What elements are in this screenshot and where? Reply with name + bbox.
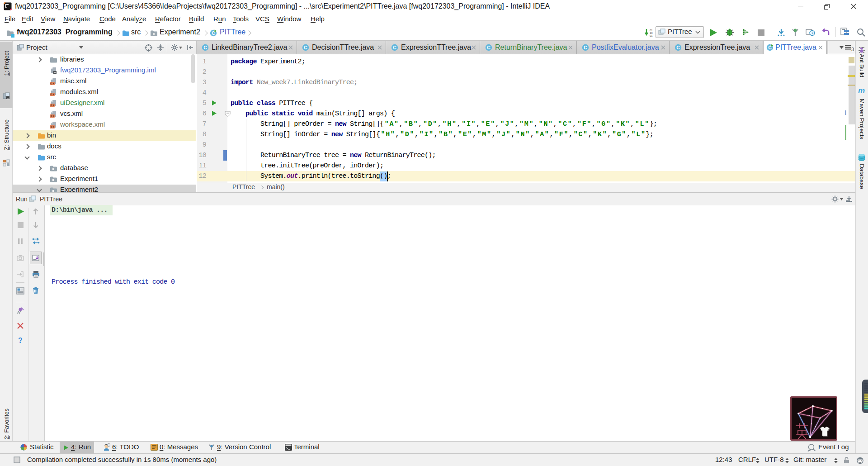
svg-text:C: C — [584, 45, 587, 50]
svg-text:C: C — [304, 45, 307, 50]
svg-text:C: C — [203, 45, 207, 50]
svg-text:01: 01 — [650, 34, 653, 37]
svg-text:C: C — [487, 45, 491, 50]
svg-text:C: C — [393, 45, 396, 50]
svg-text:C: C — [676, 45, 680, 50]
